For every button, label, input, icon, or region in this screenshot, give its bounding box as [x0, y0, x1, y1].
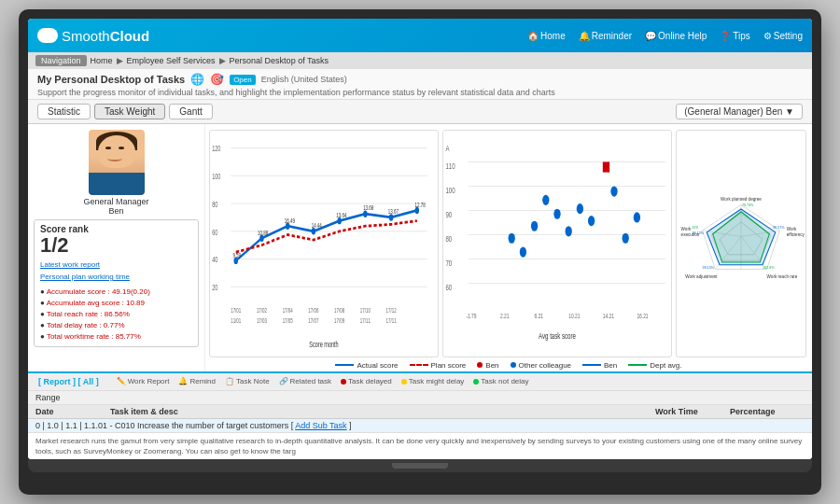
brand-logo: SmoothCloud	[37, 28, 149, 44]
svg-text:17/06: 17/06	[308, 306, 319, 315]
tab-remind[interactable]: 🔔 Remind	[178, 377, 216, 385]
svg-text:40: 40	[212, 255, 217, 265]
language-label: English (United States)	[261, 75, 347, 84]
svg-text:Work: Work	[787, 227, 797, 231]
col-worktime: Work Time	[655, 407, 730, 416]
svg-text:Score month: Score month	[309, 340, 338, 350]
main-content: General Manager Ben Score rank 1/2 Lates…	[28, 124, 812, 371]
charts-legend: Actual score Plan score Ben Other collea…	[205, 359, 812, 371]
svg-rect-56	[603, 161, 609, 172]
svg-text:14.21: 14.21	[603, 312, 615, 319]
legend-ben-radar: Ben	[582, 361, 617, 370]
svg-text:17/03: 17/03	[257, 316, 268, 325]
tab-task-weight[interactable]: Task Weight	[94, 104, 165, 119]
svg-text:17/09: 17/09	[334, 316, 345, 325]
svg-text:A: A	[445, 144, 450, 154]
tab-task-might-delay[interactable]: Task might delay	[401, 377, 465, 385]
avatar	[89, 130, 145, 195]
tab-gantt[interactable]: Gantt	[169, 104, 212, 119]
stat-avg-score: ● Accumulate avg score : 10.89	[40, 298, 192, 309]
svg-text:Avg task score: Avg task score	[539, 331, 576, 342]
svg-text:17/11: 17/11	[360, 316, 371, 325]
col-date: Date	[35, 407, 110, 416]
add-sub-task-link[interactable]: Add Sub Task	[295, 421, 346, 430]
tab-task-delayed[interactable]: Task delayed	[341, 377, 392, 385]
svg-text:17/12: 17/12	[386, 306, 398, 315]
legend-line-plan	[410, 364, 428, 366]
laptop-notch	[392, 463, 448, 469]
nav-reminder[interactable]: 🔔 Reminder	[579, 31, 632, 41]
svg-text:70: 70	[445, 259, 452, 269]
svg-text:14.44: 14.44	[312, 221, 323, 230]
charts-row: 120 100 80 60 40 20	[205, 124, 812, 359]
latest-work-report-link[interactable]: Latest work report	[40, 259, 192, 272]
tab-task-note[interactable]: 📋 Task Note	[225, 377, 270, 385]
svg-text:9.59: 9.59	[232, 250, 241, 259]
svg-text:99.15%: 99.15%	[703, 266, 715, 270]
svg-text:100: 100	[212, 172, 220, 182]
svg-text:120: 120	[212, 144, 220, 154]
svg-point-61	[542, 195, 549, 205]
svg-text:2.21: 2.21	[500, 312, 510, 319]
svg-point-63	[577, 203, 583, 214]
page-title: My Personal Desktop of Tasks	[37, 74, 185, 85]
svg-text:100: 100	[445, 186, 455, 196]
row-content: 0 | 1.0 | 1.1 | 1.1.01 - C010 Increase t…	[35, 421, 288, 430]
page-subtitle: Support the progress monitor of individu…	[37, 88, 803, 97]
avg-task-score-chart: A 110 100 90 80 70 60	[442, 130, 672, 357]
breadcrumb-ess[interactable]: Employee Self Services	[127, 56, 216, 65]
svg-text:90: 90	[445, 210, 452, 220]
cloud-icon	[37, 28, 58, 43]
svg-text:80: 80	[212, 199, 217, 209]
legend-dot-ben	[477, 362, 483, 368]
legend-line-ben-radar	[582, 364, 601, 366]
svg-text:90.57%: 90.57%	[773, 226, 785, 230]
svg-text:99.12%: 99.12%	[693, 231, 705, 235]
tab-related-task[interactable]: 🔗 Related task	[279, 377, 331, 385]
report-tabs: [ Report ] [ All ] ✏️ Work Report 🔔 Remi…	[28, 373, 812, 391]
nav-home[interactable]: 🏠 Home	[527, 31, 566, 41]
tab-statistic[interactable]: Statistic	[37, 104, 91, 119]
avatar-shirt	[89, 173, 145, 195]
svg-text:20: 20	[212, 282, 217, 292]
range-bar: Range	[28, 391, 812, 405]
legend-dot-other	[511, 362, 516, 368]
manager-dropdown[interactable]: (General Manager) Ben ▼	[676, 104, 803, 119]
svg-text:Work planned degree: Work planned degree	[721, 197, 762, 202]
stat-reach-rate: ● Total reach rate : 86.56%	[40, 309, 192, 320]
nav-tips[interactable]: ❓ Tips	[720, 31, 750, 41]
svg-text:17/01: 17/01	[231, 306, 242, 315]
svg-text:17/04: 17/04	[283, 306, 294, 315]
svg-text:16.49: 16.49	[285, 216, 296, 224]
table-row: 0 | 1.0 | 1.1 | 1.1.01 - C010 Increase t…	[28, 419, 812, 433]
svg-text:Work adjustment: Work adjustment	[685, 274, 718, 279]
breadcrumb-home[interactable]: Home	[91, 56, 113, 65]
svg-point-65	[610, 186, 617, 196]
svg-text:17/08: 17/08	[334, 306, 345, 315]
svg-text:60: 60	[212, 227, 217, 237]
tab-task-not-delay[interactable]: Task not delay	[473, 377, 528, 385]
svg-text:11/01: 11/01	[231, 316, 242, 325]
status-badge: Open	[230, 75, 256, 85]
svg-text:10.88: 10.88	[258, 228, 269, 236]
svg-text:Work: Work	[681, 227, 692, 231]
svg-text:60: 60	[445, 283, 452, 293]
laptop-base	[28, 459, 812, 472]
legend-plan-score: Plan score	[410, 361, 467, 370]
tab-work-report[interactable]: ✏️ Work Report	[117, 377, 170, 385]
personal-plan-link[interactable]: Personal plan working time	[40, 272, 192, 284]
svg-text:16.21: 16.21	[637, 312, 649, 319]
breadcrumb: Navigation Home ▶ Employee Self Services…	[28, 52, 812, 69]
nav-setting[interactable]: ⚙ Setting	[763, 31, 803, 41]
col-task: Task item & desc	[110, 407, 655, 416]
svg-text:efficiency: efficiency	[787, 232, 805, 237]
nav-online-help[interactable]: 💬 Online Help	[645, 31, 707, 41]
report-header-label[interactable]: [ Report ] [ All ]	[35, 376, 102, 387]
stat-accumulate-score: ● Accumulate score : 49.19(0.20)	[40, 287, 192, 298]
row-description: Market research runs the gamut from very…	[28, 433, 812, 459]
score-rank-value: 1/2	[40, 234, 192, 257]
svg-text:13.68: 13.68	[363, 203, 374, 212]
col-percentage: Percentage	[730, 407, 805, 416]
navigation-button[interactable]: Navigation	[35, 55, 87, 66]
svg-text:17/07: 17/07	[308, 316, 319, 325]
